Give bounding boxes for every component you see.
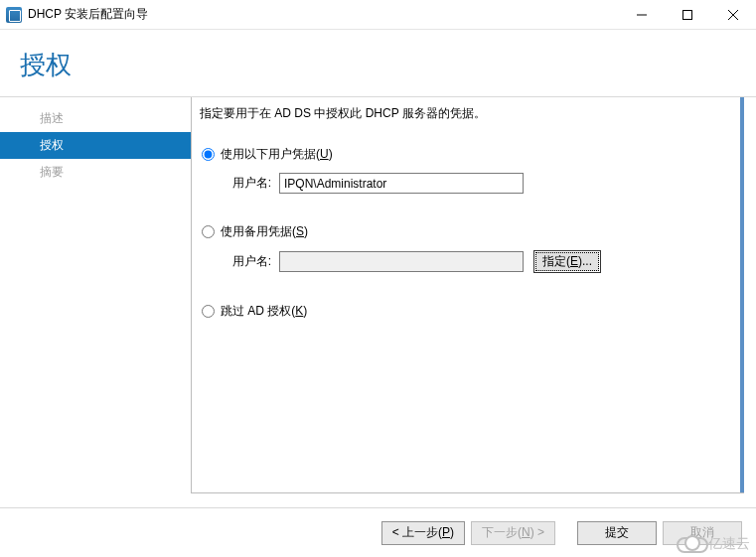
radio-skip-input[interactable] xyxy=(202,305,215,318)
radio-use-alternate-input[interactable] xyxy=(202,225,215,238)
sidebar-item-summary[interactable]: 摘要 xyxy=(0,159,191,186)
previous-button[interactable]: < 上一步(P) xyxy=(381,521,465,545)
alternate-username-row: 用户名: 指定(E)... xyxy=(227,250,729,273)
content-accent xyxy=(740,97,744,492)
wizard-content: 指定要用于在 AD DS 中授权此 DHCP 服务器的凭据。 使用以下用户凭据(… xyxy=(191,97,744,493)
app-icon xyxy=(6,7,22,23)
window-title: DHCP 安装后配置向导 xyxy=(28,6,619,23)
wizard-footer: < 上一步(P) 下一步(N) > 提交 取消 xyxy=(0,507,756,557)
page-title: 授权 xyxy=(20,48,736,82)
radio-use-alternate-label: 使用备用凭据(S) xyxy=(221,223,308,240)
wizard-header: 授权 xyxy=(0,30,756,96)
radio-use-current-credentials[interactable]: 使用以下用户凭据(U) xyxy=(202,146,729,163)
radio-skip-authorization[interactable]: 跳过 AD 授权(K) xyxy=(202,303,729,320)
radio-use-current-input[interactable] xyxy=(202,148,215,161)
minimize-button[interactable] xyxy=(619,0,665,30)
maximize-button[interactable] xyxy=(665,0,710,30)
radio-skip-label: 跳过 AD 授权(K) xyxy=(221,303,307,320)
wizard-body: 描述 授权 摘要 指定要用于在 AD DS 中授权此 DHCP 服务器的凭据。 … xyxy=(0,96,756,493)
commit-button[interactable]: 提交 xyxy=(577,521,657,545)
current-username-label: 用户名: xyxy=(227,175,271,192)
sidebar-item-description[interactable]: 描述 xyxy=(0,105,191,132)
alternate-username-label: 用户名: xyxy=(227,253,271,270)
instruction-text: 指定要用于在 AD DS 中授权此 DHCP 服务器的凭据。 xyxy=(200,105,729,122)
window-controls xyxy=(619,0,756,30)
svg-rect-1 xyxy=(683,10,692,19)
title-bar: DHCP 安装后配置向导 xyxy=(0,0,756,30)
radio-use-alternate-credentials[interactable]: 使用备用凭据(S) xyxy=(202,223,729,240)
next-button: 下一步(N) > xyxy=(471,521,555,545)
current-username-input[interactable] xyxy=(279,173,524,194)
credentials-radio-group: 使用以下用户凭据(U) 用户名: 使用备用凭据(S) 用户名: 指定(E)... xyxy=(202,146,729,320)
current-username-row: 用户名: xyxy=(227,173,729,194)
alternate-username-input xyxy=(279,251,524,272)
specify-button[interactable]: 指定(E)... xyxy=(533,250,601,273)
cancel-button: 取消 xyxy=(663,521,742,545)
sidebar-item-authorization[interactable]: 授权 xyxy=(0,132,191,159)
radio-use-current-label: 使用以下用户凭据(U) xyxy=(221,146,333,163)
close-button[interactable] xyxy=(710,0,756,30)
wizard-sidebar: 描述 授权 摘要 xyxy=(0,97,191,493)
